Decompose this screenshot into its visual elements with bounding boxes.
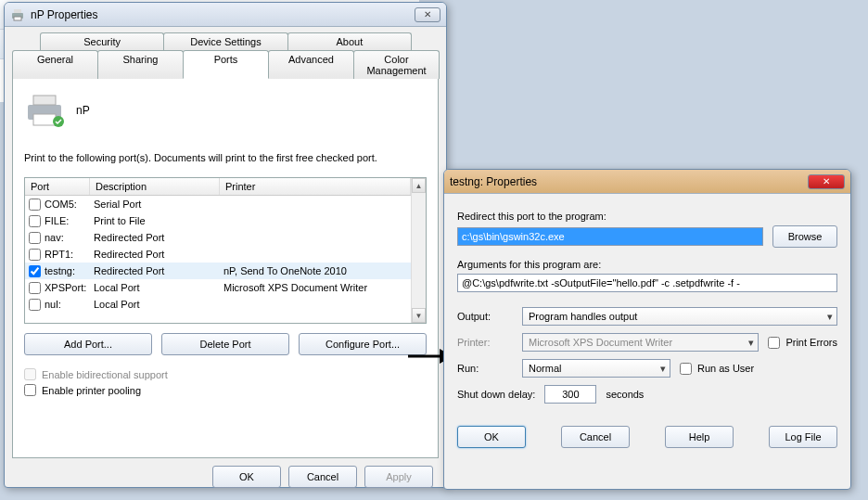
ports-tab-panel: nP Print to the following port(s). Docum… — [12, 78, 439, 458]
col-port[interactable]: Port — [25, 178, 90, 195]
port-row[interactable]: RPT1:Redirected Port — [25, 246, 411, 263]
col-printer[interactable]: Printer — [220, 178, 411, 195]
print-errors-row[interactable]: Print Errors — [768, 337, 837, 349]
port-row[interactable]: COM5:Serial Port — [25, 196, 411, 212]
redirect-label: Redirect this port to the program: — [457, 211, 837, 222]
browse-button[interactable]: Browse — [772, 225, 837, 248]
printer-pooling-checkbox[interactable] — [24, 384, 36, 396]
ports-description: Print to the following port(s). Document… — [24, 151, 427, 164]
port-row[interactable]: FILE:Print to File — [25, 212, 411, 229]
bidirectional-checkbox-row: Enable bidirectional support — [24, 368, 427, 380]
add-port-button[interactable]: Add Port... — [24, 333, 152, 355]
apply-button: Apply — [364, 466, 433, 488]
print-errors-label: Print Errors — [785, 337, 837, 348]
printer-pooling-label: Enable printer pooling — [42, 385, 141, 396]
tab-about[interactable]: About — [287, 32, 412, 50]
port-checkbox[interactable] — [29, 232, 41, 244]
port-printer: nP, Send To OneNote 2010 — [223, 265, 407, 276]
port-description: Print to File — [94, 215, 223, 226]
port-printer: Microsoft XPS Document Writer — [223, 282, 407, 293]
port-checkbox[interactable] — [29, 215, 41, 227]
print-errors-checkbox[interactable] — [768, 337, 780, 349]
shutdown-delay-input[interactable] — [544, 385, 596, 404]
cancel-button[interactable]: Cancel — [561, 426, 630, 448]
ok-button[interactable]: OK — [457, 426, 526, 448]
port-name: nav: — [45, 232, 64, 243]
program-path-input[interactable] — [457, 227, 763, 246]
svg-rect-1 — [14, 9, 21, 13]
tab-color-management[interactable]: Color Management — [353, 50, 440, 79]
arguments-input[interactable] — [457, 274, 837, 292]
run-label: Run: — [457, 363, 513, 374]
port-row[interactable]: nav:Redirected Port — [25, 229, 411, 246]
output-combo[interactable]: Program handles output — [522, 307, 837, 326]
tab-ports[interactable]: Ports — [183, 50, 269, 79]
close-button[interactable]: ✕ — [808, 174, 845, 189]
port-checkbox[interactable] — [29, 265, 41, 277]
delete-port-button[interactable]: Delete Port — [161, 333, 289, 355]
svg-rect-4 — [33, 96, 56, 105]
cancel-button[interactable]: Cancel — [288, 466, 357, 488]
configure-port-button[interactable]: Configure Port... — [299, 333, 427, 355]
bidirectional-checkbox — [24, 368, 36, 380]
tab-sharing[interactable]: Sharing — [97, 50, 184, 79]
dialog-button-row: OK Cancel Apply — [5, 458, 446, 495]
scroll-down-button[interactable]: ▼ — [412, 308, 426, 323]
output-label: Output: — [457, 311, 513, 322]
col-description[interactable]: Description — [90, 178, 220, 195]
port-checkbox[interactable] — [29, 199, 41, 211]
run-as-user-checkbox[interactable] — [680, 363, 692, 375]
titlebar[interactable]: testng: Properties ✕ — [444, 170, 850, 194]
printer-icon — [10, 7, 25, 22]
port-checkbox[interactable] — [29, 282, 41, 294]
port-description: Redirected Port — [94, 232, 223, 243]
arguments-label: Arguments for this program are: — [457, 259, 837, 270]
bidirectional-label: Enable bidirectional support — [42, 369, 168, 380]
help-button[interactable]: Help — [665, 426, 734, 448]
ok-button[interactable]: OK — [212, 466, 281, 488]
vertical-scrollbar[interactable]: ▲ ▼ — [411, 178, 426, 323]
port-description: Redirected Port — [94, 265, 223, 276]
port-name: testng: — [45, 265, 75, 276]
listview-header: Port Description Printer — [25, 178, 411, 196]
port-row[interactable]: testng:Redirected PortnP, Send To OneNot… — [25, 263, 411, 279]
log-file-button[interactable]: Log File — [769, 426, 837, 448]
svg-rect-2 — [14, 17, 21, 20]
port-name: nul: — [45, 299, 61, 310]
svg-rect-5 — [33, 114, 56, 125]
tab-general[interactable]: General — [12, 50, 98, 79]
port-name: RPT1: — [45, 249, 73, 260]
port-name: FILE: — [45, 215, 69, 226]
port-checkbox[interactable] — [29, 299, 41, 311]
printer-combo: Microsoft XPS Document Writer — [522, 333, 759, 352]
scroll-up-button[interactable]: ▲ — [412, 178, 426, 193]
port-checkbox[interactable] — [29, 249, 41, 261]
printer-label: Printer: — [457, 337, 513, 348]
printer-properties-dialog: nP Properties ✕ Security Device Settings… — [4, 2, 447, 488]
tab-device-settings[interactable]: Device Settings — [163, 32, 287, 50]
shutdown-delay-label: Shut down delay: — [457, 389, 535, 400]
run-combo[interactable]: Normal — [522, 359, 670, 378]
seconds-label: seconds — [606, 389, 644, 400]
dialog-title: nP Properties — [31, 8, 415, 21]
close-button[interactable]: ✕ — [415, 7, 440, 22]
titlebar[interactable]: nP Properties ✕ — [5, 3, 446, 27]
ports-listview[interactable]: Port Description Printer COM5:Serial Por… — [24, 177, 427, 324]
port-properties-dialog: testng: Properties ✕ Redirect this port … — [443, 169, 851, 490]
dialog-title: testng: Properties — [450, 175, 808, 188]
tab-advanced[interactable]: Advanced — [268, 50, 354, 79]
port-description: Serial Port — [94, 199, 223, 210]
printer-large-icon — [24, 94, 65, 127]
tab-security[interactable]: Security — [40, 32, 164, 50]
run-as-user-row[interactable]: Run as User — [680, 363, 754, 375]
port-name: XPSPort: — [45, 282, 86, 293]
port-description: Local Port — [94, 299, 223, 310]
printer-name-label: nP — [76, 104, 90, 117]
port-name: COM5: — [45, 199, 77, 210]
port-description: Redirected Port — [94, 249, 223, 260]
port-row[interactable]: XPSPort:Local PortMicrosoft XPS Document… — [25, 279, 411, 296]
port-row[interactable]: nul:Local Port — [25, 296, 411, 313]
printer-pooling-checkbox-row[interactable]: Enable printer pooling — [24, 384, 427, 396]
port-description: Local Port — [94, 282, 223, 293]
tab-control: Security Device Settings About General S… — [12, 32, 439, 458]
